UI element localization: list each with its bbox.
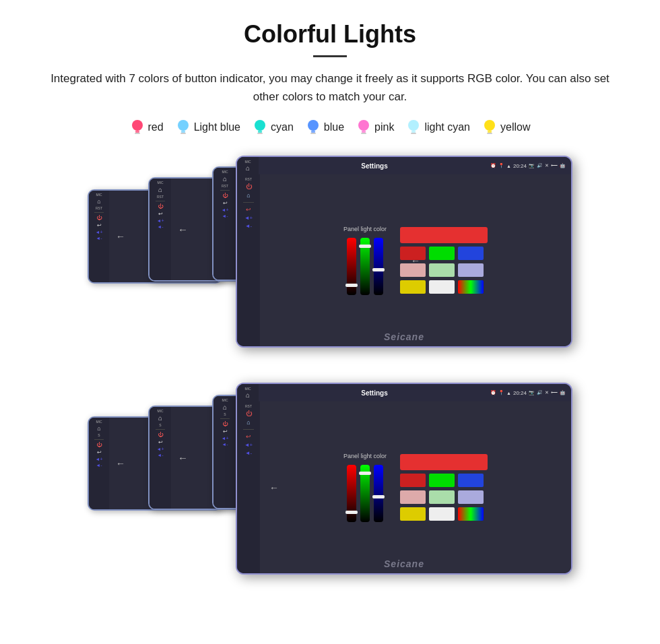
mic-label-s2: MIC bbox=[157, 181, 163, 185]
close-icon: ✕ bbox=[545, 163, 549, 168]
cell-green-top bbox=[429, 247, 455, 260]
back-arrow-bot: ← bbox=[269, 482, 279, 493]
top-main-screen: MIC ⌂ Settings ⏰ 📍 ▲ 20:24 📷 🔊 ✕ ⟵ 🤖 bbox=[236, 156, 572, 348]
bulb-icon-red bbox=[130, 118, 145, 137]
android-icon: 🤖 bbox=[560, 163, 566, 168]
mic-bot2: MIC bbox=[157, 409, 163, 413]
svg-rect-7 bbox=[258, 131, 262, 133]
back2-main-bot: ↩ bbox=[246, 433, 251, 440]
camera-icon: 📷 bbox=[529, 163, 535, 168]
color-label-blue: blue bbox=[324, 121, 344, 133]
power-icon-s3: ⏻ bbox=[222, 193, 228, 199]
cell-lightgreen-bot bbox=[429, 490, 455, 504]
panel-light-label-bot: Panel light color bbox=[343, 453, 387, 459]
red-slider-handle bbox=[345, 284, 358, 287]
rgb-sliders-top bbox=[347, 238, 383, 295]
svg-rect-16 bbox=[411, 131, 416, 133]
bulb-icon-lightcyan bbox=[406, 118, 421, 137]
cell-rainbow-bot bbox=[458, 507, 484, 521]
bottom-screen-stack: MIC ⌂ S ⏻ ↩ ◄+ ◄- ← bbox=[88, 376, 572, 581]
back-arrow-s1: ← bbox=[116, 231, 125, 242]
bot-main-content: ← Panel light color bbox=[260, 401, 571, 573]
settings-label-top: Settings bbox=[261, 162, 488, 170]
vol-icon-s1: ◄+ bbox=[95, 230, 102, 234]
blue-slider-top[interactable] bbox=[374, 238, 383, 295]
color-item-cyan: cyan bbox=[253, 118, 294, 137]
red-slider-bot[interactable] bbox=[347, 465, 356, 522]
home-bot3: ⌂ bbox=[223, 404, 227, 411]
color-item-pink: pink bbox=[356, 118, 394, 137]
home-icon-s1: ⌂ bbox=[97, 198, 100, 205]
svg-rect-2 bbox=[135, 133, 140, 134]
volume-icon: 🔊 bbox=[537, 163, 543, 168]
blue-slider-bot[interactable] bbox=[374, 465, 383, 522]
green-slider-top[interactable] bbox=[360, 238, 370, 295]
green-slider-handle bbox=[359, 245, 371, 248]
mic-bot3: MIC bbox=[222, 398, 228, 402]
back-bot2: ↩ bbox=[158, 439, 163, 445]
android-icon-bot: 🤖 bbox=[560, 390, 566, 395]
svg-point-12 bbox=[358, 120, 369, 131]
svg-rect-20 bbox=[487, 133, 492, 134]
cell-lightgreen-top bbox=[429, 263, 455, 277]
cell-green-bot bbox=[429, 474, 455, 487]
svg-rect-11 bbox=[310, 133, 316, 134]
cell-lightred-bot bbox=[400, 490, 426, 504]
title-divider bbox=[313, 55, 347, 57]
rst-main-top: RST bbox=[245, 177, 252, 181]
top-screen-stack: MIC ⌂ RST ⏻ ↩ ◄+ ◄- ← bbox=[88, 156, 572, 354]
bulb-icon-yellow bbox=[482, 118, 497, 137]
power-main-top: ⏻ bbox=[246, 183, 252, 190]
back2-main-top: ↩ bbox=[246, 206, 251, 213]
svg-point-18 bbox=[484, 120, 495, 131]
cell-white-bot bbox=[429, 507, 455, 521]
svg-point-15 bbox=[408, 120, 419, 131]
color-full-red-bot bbox=[400, 454, 488, 470]
vol2-main-top: ◄- bbox=[245, 223, 253, 229]
svg-point-3 bbox=[178, 120, 189, 131]
page-title: Colorful Lights bbox=[27, 20, 633, 49]
panel-light-section-top: Panel light color bbox=[343, 226, 387, 295]
color-item-lightcyan: light cyan bbox=[406, 118, 470, 137]
page-wrapper: Colorful Lights Integrated with 7 colors… bbox=[0, 0, 660, 623]
rst-bot2: S bbox=[159, 423, 161, 427]
home-main-bot: ⌂ bbox=[246, 391, 250, 399]
svg-rect-14 bbox=[361, 133, 366, 134]
alarm-icon: ⏰ bbox=[490, 163, 496, 168]
svg-rect-17 bbox=[411, 133, 416, 134]
cell-yellow-top bbox=[400, 280, 426, 294]
color-row2-bot bbox=[400, 474, 488, 487]
arrow-bot1: ← bbox=[116, 458, 125, 469]
green-slider-bot[interactable] bbox=[360, 465, 370, 522]
blue-slider-handle-bot bbox=[372, 495, 385, 498]
green-slider-handle-bot bbox=[359, 472, 371, 475]
top-main-sidebar-top: MIC ⌂ bbox=[237, 157, 259, 174]
top-main-topbar: MIC ⌂ Settings ⏰ 📍 ▲ 20:24 📷 🔊 ✕ ⟵ 🤖 bbox=[237, 157, 571, 174]
color-item-yellow: yellow bbox=[482, 118, 530, 137]
volume-icon-bot: 🔊 bbox=[537, 390, 543, 395]
vol-icon-s3: ◄+ bbox=[221, 207, 228, 212]
red-slider-top[interactable] bbox=[347, 238, 356, 295]
back-arrow-s2: ← bbox=[178, 224, 188, 235]
rst-bot1: S bbox=[98, 433, 100, 437]
color-label-yellow: yellow bbox=[500, 121, 530, 133]
back-topbar-icon: ⟵ bbox=[551, 163, 558, 168]
color-label-pink: pink bbox=[374, 121, 394, 133]
vol2-icon-s3: ◄- bbox=[222, 214, 228, 218]
back-topbar-bot: ⟵ bbox=[551, 390, 558, 395]
mic-main-top: MIC bbox=[244, 160, 251, 164]
bulb-icon-blue bbox=[306, 118, 321, 137]
camera-icon-bot: 📷 bbox=[529, 390, 535, 395]
location-icon-bot: 📍 bbox=[498, 390, 504, 395]
close-icon-bot: ✕ bbox=[545, 390, 549, 395]
bot-main-sidebar-top: MIC ⌂ bbox=[237, 384, 259, 401]
bot-main-screen: MIC ⌂ Settings ⏰ 📍 ▲ 20:24 📷 🔊 ✕ ⟵ 🤖 bbox=[236, 383, 572, 575]
svg-point-0 bbox=[132, 120, 143, 131]
svg-rect-5 bbox=[180, 133, 186, 134]
svg-point-9 bbox=[308, 120, 319, 131]
blue-slider-handle bbox=[372, 268, 385, 271]
cell-rainbow-top bbox=[458, 280, 484, 294]
rst-bot3: S bbox=[224, 412, 226, 416]
bot-main-body: RST ⏻ ⌂ ↩ ◄+ ◄- ← Panel light color bbox=[237, 401, 571, 573]
svg-rect-13 bbox=[362, 131, 366, 133]
